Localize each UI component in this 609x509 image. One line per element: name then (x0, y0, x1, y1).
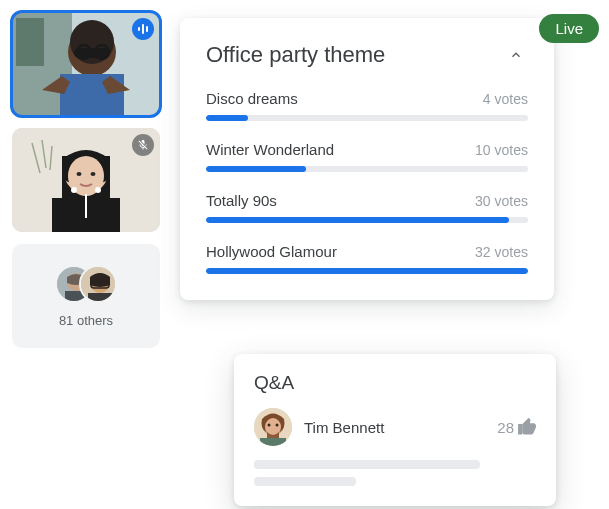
poll-option-votes: 10 votes (475, 142, 528, 158)
qa-entry[interactable]: Tim Bennett 28 (254, 408, 536, 446)
poll-card: Office party theme Disco dreams4 votesWi… (180, 18, 554, 300)
thumbs-up-icon (518, 418, 536, 436)
qa-avatar (254, 408, 292, 446)
poll-option-votes: 4 votes (483, 91, 528, 107)
svg-point-32 (268, 424, 271, 427)
qa-upvote[interactable]: 28 (497, 418, 536, 436)
others-count-label: 81 others (59, 313, 113, 328)
others-avatars (55, 265, 117, 305)
poll-progress-fill (206, 115, 248, 121)
chevron-up-icon[interactable] (504, 43, 528, 67)
poll-header: Office party theme (206, 42, 528, 68)
mic-muted-icon (132, 134, 154, 156)
svg-rect-31 (260, 438, 286, 446)
poll-progress-track (206, 217, 528, 223)
poll-option-label: Disco dreams (206, 90, 298, 107)
poll-option-label: Winter Wonderland (206, 141, 334, 158)
qa-asker-name: Tim Bennett (304, 419, 485, 436)
svg-rect-10 (142, 24, 144, 34)
svg-point-20 (95, 187, 101, 193)
speaking-indicator-icon (132, 18, 154, 40)
svg-point-17 (91, 172, 96, 176)
placeholder-line (254, 477, 356, 486)
avatar-small-2 (79, 265, 117, 303)
poll-progress-track (206, 268, 528, 274)
qa-card: Q&A Tim Bennett 28 (234, 354, 556, 506)
svg-point-16 (77, 172, 82, 176)
qa-title: Q&A (254, 372, 536, 394)
poll-title: Office party theme (206, 42, 385, 68)
poll-option[interactable]: Hollywood Glamour32 votes (206, 243, 528, 274)
poll-progress-track (206, 115, 528, 121)
participant-tile-2[interactable] (12, 128, 160, 232)
poll-option-label: Totally 90s (206, 192, 277, 209)
svg-point-19 (71, 187, 77, 193)
poll-progress-fill (206, 268, 528, 274)
poll-progress-track (206, 166, 528, 172)
qa-question-placeholder (254, 460, 536, 486)
poll-option[interactable]: Disco dreams4 votes (206, 90, 528, 121)
poll-option-label: Hollywood Glamour (206, 243, 337, 260)
svg-rect-9 (138, 27, 140, 31)
placeholder-line (254, 460, 480, 469)
poll-progress-fill (206, 217, 509, 223)
live-badge: Live (539, 14, 599, 43)
others-tile[interactable]: 81 others (12, 244, 160, 348)
poll-option-votes: 30 votes (475, 193, 528, 209)
participant-tile-1[interactable] (12, 12, 160, 116)
poll-options: Disco dreams4 votesWinter Wonderland10 v… (206, 90, 528, 274)
qa-upvote-count: 28 (497, 419, 514, 436)
participants-column: 81 others (12, 12, 160, 348)
poll-option[interactable]: Winter Wonderland10 votes (206, 141, 528, 172)
poll-progress-fill (206, 166, 306, 172)
svg-point-33 (276, 424, 279, 427)
svg-rect-27 (88, 293, 112, 303)
poll-option-votes: 32 votes (475, 244, 528, 260)
svg-rect-2 (16, 18, 44, 66)
svg-rect-11 (146, 26, 148, 32)
poll-option[interactable]: Totally 90s30 votes (206, 192, 528, 223)
